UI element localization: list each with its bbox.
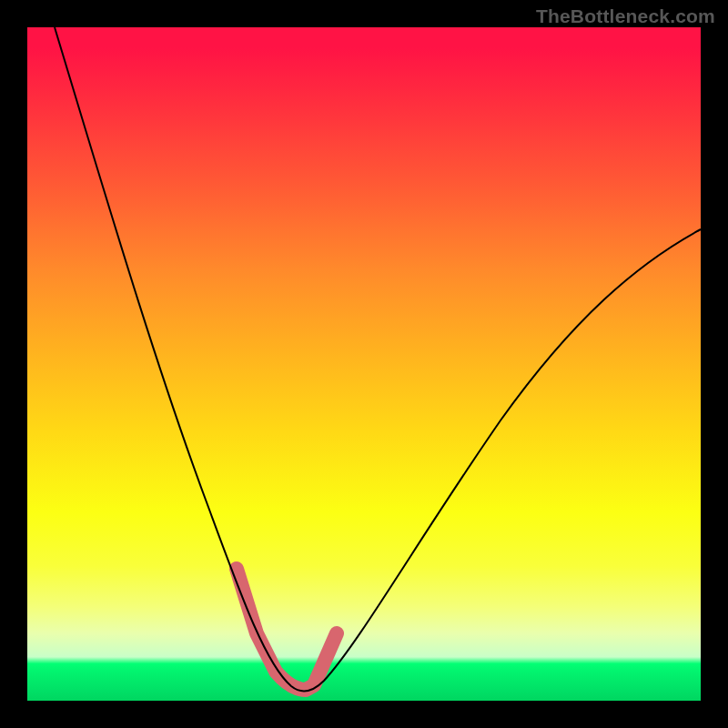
bottleneck-curve [55,27,701,691]
curves-svg [27,27,701,701]
chart-frame: TheBottleneck.com [0,0,728,728]
optimal-zone-highlight [237,569,337,690]
watermark-text: TheBottleneck.com [536,5,715,27]
plot-area [27,27,701,701]
